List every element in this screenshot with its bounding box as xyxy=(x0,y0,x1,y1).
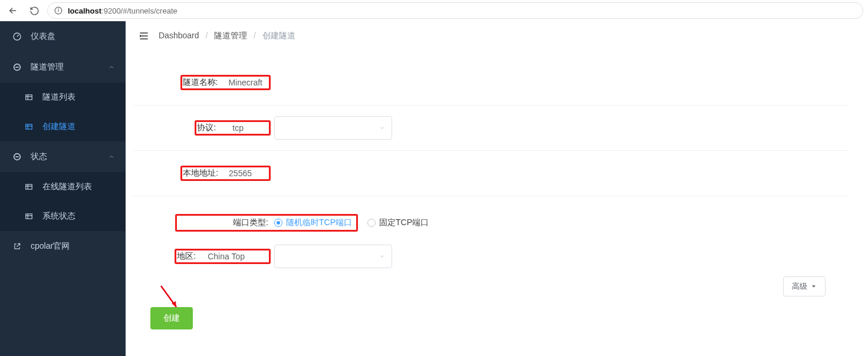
highlight-protocol: 协议: tcp xyxy=(197,123,268,133)
highlight-tunnel-name: 隧道名称: Minecraft xyxy=(183,77,268,88)
status-icon xyxy=(12,151,22,162)
sidebar-submenu-status: 在线隧道列表 系统状态 xyxy=(0,172,126,231)
sidebar-item-system-status[interactable]: 系统状态 xyxy=(0,202,126,231)
breadcrumb: Dashboard / 隧道管理 / 创建隧道 xyxy=(159,31,295,41)
row-local-address: 本地地址: 25565 xyxy=(133,153,849,193)
table-icon xyxy=(24,121,34,132)
region-select[interactable]: China Top xyxy=(274,245,392,268)
address-bar[interactable]: localhost:9200/#/tunnels/create xyxy=(47,2,863,19)
sidebar-item-tunnel-list[interactable]: 隧道列表 xyxy=(0,83,126,112)
sidebar-item-label: 状态 xyxy=(31,151,47,162)
chevron-up-icon xyxy=(108,64,115,71)
radio-label: 随机临时TCP端口 xyxy=(286,217,352,228)
sidebar-item-label: 系统状态 xyxy=(42,211,75,222)
row-tunnel-name: 隧道名称: Minecraft xyxy=(133,62,849,103)
sidebar-item-label: cpolar官网 xyxy=(31,241,70,252)
row-region: 地区: China Top China Top xyxy=(133,236,849,276)
field-value-preview: tcp xyxy=(232,123,268,133)
url-text: localhost:9200/#/tunnels/create xyxy=(68,6,177,15)
chevron-down-icon xyxy=(379,124,386,131)
radio-dot-icon xyxy=(274,219,282,227)
table-icon xyxy=(24,92,34,103)
sidebar-item-dashboard[interactable]: 仪表盘 xyxy=(0,21,126,52)
row-protocol: 协议: tcp tcp xyxy=(133,108,849,148)
breadcrumb-item[interactable]: 隧道管理 xyxy=(214,31,247,40)
breadcrumb-separator: / xyxy=(254,31,256,40)
advanced-button[interactable]: 高级 xyxy=(783,276,826,296)
collapse-sidebar-button[interactable] xyxy=(137,29,150,42)
tunnel-icon xyxy=(12,62,22,72)
browser-toolbar: localhost:9200/#/tunnels/create xyxy=(0,0,868,21)
table-icon xyxy=(24,182,34,192)
sidebar-item-label: 在线隧道列表 xyxy=(42,182,92,192)
radio-port-random[interactable]: 随机临时TCP端口 xyxy=(274,217,352,228)
row-create: 创建 xyxy=(133,307,849,329)
dashboard-icon xyxy=(12,31,22,42)
sidebar-item-label: 仪表盘 xyxy=(31,31,55,42)
svg-rect-9 xyxy=(26,214,32,219)
radio-dot-icon xyxy=(367,219,376,227)
annotation-arrow-icon xyxy=(159,284,182,313)
reload-icon xyxy=(29,6,40,16)
sidebar-item-tunnel-management[interactable]: 隧道管理 xyxy=(0,52,126,83)
sidebar-submenu-tunnels: 隧道列表 创建隧道 xyxy=(0,83,126,141)
row-port-type: 端口类型: 随机临时TCP端口 固定TCP端口 xyxy=(133,209,849,236)
arrow-left-icon xyxy=(8,5,18,16)
sidebar-item-label: 隧道管理 xyxy=(31,62,64,72)
sidebar-item-status[interactable]: 状态 xyxy=(0,141,126,172)
sidebar-item-label: 隧道列表 xyxy=(42,92,75,103)
main-area: Dashboard / 隧道管理 / 创建隧道 隧道名称: Minecraft xyxy=(126,21,868,356)
sidebar-item-online-tunnels[interactable]: 在线隧道列表 xyxy=(0,172,126,202)
svg-rect-8 xyxy=(26,184,32,189)
chevron-down-icon xyxy=(379,253,386,260)
external-link-icon xyxy=(12,241,22,252)
sidebar: 仪表盘 隧道管理 隧道列表 创建隧道 xyxy=(0,21,126,356)
menu-fold-icon xyxy=(138,30,150,42)
highlight-port-random: 随机临时TCP端口 xyxy=(181,217,352,228)
field-label: 协议: xyxy=(197,123,232,133)
button-label: 高级 xyxy=(792,281,807,292)
topbar: Dashboard / 隧道管理 / 创建隧道 xyxy=(126,21,868,51)
breadcrumb-item-current: 创建隧道 xyxy=(262,31,295,40)
field-label: 本地地址: xyxy=(183,168,229,179)
info-icon xyxy=(54,6,63,15)
sidebar-item-label: 创建隧道 xyxy=(42,121,75,132)
button-label: 创建 xyxy=(163,313,180,322)
radio-port-fixed[interactable]: 固定TCP端口 xyxy=(367,217,429,228)
row-advanced: 高级 xyxy=(133,276,849,307)
highlight-local-address: 本地地址: 25565 xyxy=(183,168,268,179)
field-label: 隧道名称: xyxy=(183,77,229,88)
chevron-up-icon xyxy=(108,153,115,160)
field-label: 地区: xyxy=(177,251,208,262)
field-value-preview: China Top xyxy=(208,252,268,261)
field-value-preview: Minecraft xyxy=(228,78,268,87)
radio-label: 固定TCP端口 xyxy=(379,217,429,228)
breadcrumb-item[interactable]: Dashboard xyxy=(159,31,199,40)
table-icon xyxy=(24,211,34,222)
caret-down-icon xyxy=(811,284,817,289)
reload-button[interactable] xyxy=(26,2,42,19)
highlight-region: 地区: China Top xyxy=(177,251,268,262)
svg-point-2 xyxy=(58,9,59,9)
breadcrumb-separator: / xyxy=(205,31,208,40)
form-content: 隧道名称: Minecraft 协议: tcp xyxy=(126,51,868,353)
svg-rect-5 xyxy=(26,95,32,100)
field-value-preview: 25565 xyxy=(229,169,268,178)
svg-rect-6 xyxy=(26,124,32,129)
sidebar-item-cpolar-site[interactable]: cpolar官网 xyxy=(0,231,126,262)
sidebar-item-tunnel-create[interactable]: 创建隧道 xyxy=(0,112,126,141)
protocol-select[interactable]: tcp xyxy=(274,116,392,140)
back-button[interactable] xyxy=(5,2,21,19)
